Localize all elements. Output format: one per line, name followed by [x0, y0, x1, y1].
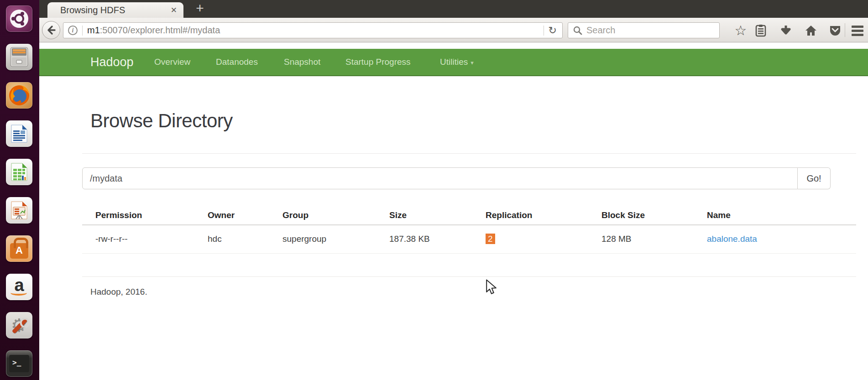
firefox-icon: [8, 84, 31, 107]
col-replication: Replication: [472, 206, 588, 225]
pocket-icon[interactable]: [828, 24, 842, 37]
url-bar[interactable]: i m1:50070/explorer.html#/mydata ↻: [63, 22, 563, 38]
navbar-brand[interactable]: Hadoop: [90, 49, 134, 75]
back-arrow-icon: [46, 25, 56, 35]
browser-toolbar: i m1:50070/explorer.html#/mydata ↻ ☆: [39, 18, 868, 42]
divider: [82, 153, 856, 154]
table-header-row: Permission Owner Group Size Replication …: [82, 206, 856, 225]
page-content: Hadoop Overview Datanodes Snapshot Start…: [39, 42, 868, 380]
launcher-item-files[interactable]: [6, 44, 32, 70]
replication-highlight: 2: [486, 234, 495, 244]
cell-owner: hdc: [194, 225, 269, 253]
calc-icon: [9, 161, 30, 182]
cell-permission: -rw-r--r--: [82, 225, 194, 253]
cell-block-size: 128 MB: [588, 225, 694, 253]
col-group: Group: [269, 206, 376, 225]
browse-directory-section: Browse Directory Go! Permission Owner Gr…: [82, 109, 856, 297]
table-row: -rw-r--r-- hdc supergroup 187.38 KB 2 12…: [82, 225, 856, 253]
hamburger-menu-icon[interactable]: [851, 24, 864, 37]
launcher-item-software-center[interactable]: A: [6, 235, 32, 262]
software-center-icon: A: [10, 243, 28, 259]
launcher-item-amazon[interactable]: a: [6, 274, 32, 300]
cell-name: abalone.data: [694, 225, 856, 253]
cell-replication: 2: [472, 225, 588, 253]
bookmarks-menu-icon[interactable]: [754, 24, 768, 37]
home-icon[interactable]: [804, 24, 818, 37]
cell-size: 187.38 KB: [376, 225, 472, 253]
footer-divider: [82, 276, 856, 277]
amazon-icon: a: [14, 280, 24, 294]
nav-snapshot[interactable]: Snapshot: [284, 49, 320, 75]
firefox-window: Browsing HDFS ✕ + i m1:50070/explorer.ht…: [39, 0, 868, 380]
nav-utilities[interactable]: Utilities▾: [440, 49, 474, 76]
nav-datanodes[interactable]: Datanodes: [216, 49, 258, 75]
col-block-size: Block Size: [588, 206, 694, 225]
col-owner: Owner: [194, 206, 269, 225]
footer-text: Hadoop, 2016.: [82, 287, 856, 297]
hadoop-navbar: Hadoop Overview Datanodes Snapshot Start…: [39, 49, 868, 76]
url-text: m1:50070/explorer.html#/mydata: [87, 25, 539, 36]
back-button[interactable]: [42, 21, 60, 39]
launcher-item-libreoffice-calc[interactable]: [6, 159, 32, 185]
launcher-item-system-settings[interactable]: ⚙: [6, 312, 32, 338]
terminal-icon: >_: [9, 355, 29, 372]
mouse-cursor: [485, 279, 499, 295]
downloads-icon[interactable]: [779, 24, 793, 37]
file-listing-table: Permission Owner Group Size Replication …: [82, 206, 856, 254]
col-name: Name: [694, 206, 856, 225]
tab-bar: Browsing HDFS ✕ +: [39, 0, 868, 18]
search-input[interactable]: [586, 25, 701, 36]
close-tab-icon[interactable]: ✕: [171, 5, 177, 15]
tab-title: Browsing HDFS: [60, 5, 171, 16]
new-tab-button[interactable]: +: [192, 0, 208, 18]
search-icon: [573, 26, 583, 36]
ubuntu-launcher: A a ⚙ >_: [0, 0, 39, 380]
bookmark-star-icon[interactable]: ☆: [734, 24, 748, 37]
col-permission: Permission: [82, 206, 194, 225]
launcher-item-libreoffice-impress[interactable]: [6, 197, 32, 224]
launcher-item-dash-home[interactable]: [6, 5, 32, 32]
launcher-item-firefox[interactable]: [6, 82, 32, 109]
impress-icon: [9, 200, 30, 221]
writer-icon: [9, 123, 30, 144]
nav-startup-progress[interactable]: Startup Progress: [345, 49, 411, 75]
url-domain: m1: [87, 25, 100, 35]
col-size: Size: [376, 206, 472, 225]
search-bar[interactable]: [568, 22, 720, 38]
page-title: Browse Directory: [82, 109, 856, 133]
cell-group: supergroup: [269, 225, 376, 253]
nav-overview[interactable]: Overview: [154, 49, 190, 75]
file-link[interactable]: abalone.data: [707, 234, 757, 244]
path-input-group: Go!: [82, 167, 831, 189]
chevron-down-icon: ▾: [471, 59, 474, 66]
launcher-item-terminal[interactable]: >_: [6, 350, 32, 377]
file-cabinet-icon: [9, 47, 30, 68]
directory-path-input[interactable]: [82, 167, 798, 189]
reload-icon[interactable]: ↻: [549, 25, 557, 36]
page-info-icon[interactable]: i: [68, 26, 78, 35]
tab-browsing-hdfs[interactable]: Browsing HDFS ✕: [47, 2, 183, 18]
go-button[interactable]: Go!: [798, 167, 831, 189]
ubuntu-logo-icon: [9, 9, 29, 29]
launcher-item-libreoffice-writer[interactable]: [6, 120, 32, 147]
url-path: :50070/explorer.html#/mydata: [100, 25, 220, 35]
